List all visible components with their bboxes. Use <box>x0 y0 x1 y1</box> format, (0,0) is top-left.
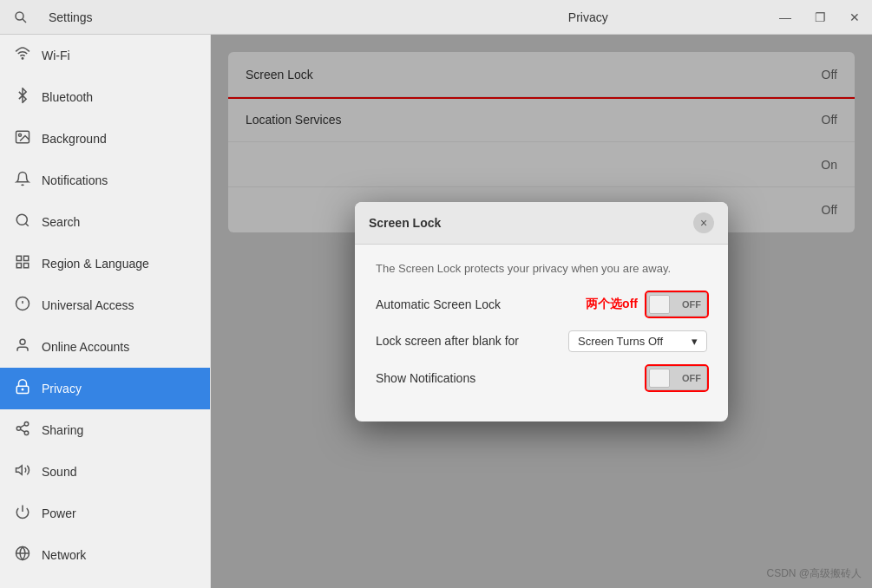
sidebar-label-power: Power <box>42 506 76 520</box>
sidebar-label-notifications: Notifications <box>42 173 108 187</box>
dropdown-value: Screen Turns Off <box>578 335 663 348</box>
main-layout: Wi-Fi Bluetooth Background <box>0 35 872 588</box>
sidebar-label-sound: Sound <box>42 465 76 479</box>
notifications-icon <box>14 171 31 190</box>
maximize-button[interactable]: ❐ <box>803 0 837 35</box>
sidebar-item-notifications[interactable]: Notifications <box>0 160 210 201</box>
dropdown-chevron-icon: ▾ <box>692 335 698 348</box>
toggle-knob <box>649 295 670 314</box>
svg-point-18 <box>16 427 21 431</box>
svg-point-16 <box>22 389 23 390</box>
sidebar-item-bluetooth[interactable]: Bluetooth <box>0 76 210 118</box>
svg-rect-8 <box>24 256 29 260</box>
svg-rect-9 <box>24 264 29 268</box>
titlebar: Settings Privacy — ❐ ✕ <box>0 0 872 35</box>
wifi-icon <box>14 46 31 65</box>
app-name: Settings <box>42 10 409 24</box>
svg-rect-7 <box>16 256 21 260</box>
sidebar-label-wifi: Wi-Fi <box>42 49 70 62</box>
sidebar-item-online[interactable]: Online Accounts <box>0 326 210 368</box>
svg-point-4 <box>19 134 22 136</box>
modal-overlay: Screen Lock × The Screen Lock protects y… <box>211 35 872 588</box>
auto-lock-off-label: OFF <box>682 299 706 310</box>
close-button[interactable]: ✕ <box>837 0 872 35</box>
privacy-icon <box>14 379 31 398</box>
universal-icon <box>14 296 31 315</box>
sound-icon <box>14 462 31 481</box>
svg-point-5 <box>16 214 27 225</box>
sidebar-label-online: Online Accounts <box>42 340 129 354</box>
sidebar-label-bluetooth: Bluetooth <box>42 90 93 104</box>
svg-point-19 <box>24 431 29 435</box>
svg-point-17 <box>24 422 29 427</box>
show-notifications-toggle[interactable]: OFF <box>646 366 707 390</box>
show-notif-off-label: OFF <box>682 373 706 383</box>
region-icon <box>14 254 31 273</box>
show-notifications-label: Show Notifications <box>376 371 475 385</box>
svg-line-21 <box>20 425 24 428</box>
content-area: Screen Lock Off Location Services Off On… <box>211 35 872 588</box>
screen-lock-dialog: Screen Lock × The Screen Lock protects y… <box>355 202 728 421</box>
lock-after-dropdown[interactable]: Screen Turns Off ▾ <box>568 330 707 352</box>
toggle-knob-2 <box>649 369 670 388</box>
auto-lock-label: Automatic Screen Lock <box>376 297 501 311</box>
sidebar-label-search: Search <box>42 215 80 229</box>
power-icon <box>14 504 31 523</box>
network-icon <box>14 546 31 565</box>
sidebar-item-universal[interactable]: Universal Access <box>0 284 210 326</box>
lock-after-label: Lock screen after blank for <box>376 334 519 348</box>
auto-lock-toggle[interactable]: OFF <box>646 292 707 317</box>
sidebar: Wi-Fi Bluetooth Background <box>0 35 211 588</box>
sidebar-item-power[interactable]: Power <box>0 493 210 534</box>
sidebar-item-sound[interactable]: Sound <box>0 451 210 493</box>
svg-point-14 <box>20 339 25 344</box>
lock-after-row: Lock screen after blank for Screen Turns… <box>376 330 707 352</box>
titlebar-center: Privacy <box>409 10 769 24</box>
svg-point-0 <box>16 12 23 20</box>
dialog-body: The Screen Lock protects your privacy wh… <box>355 245 728 421</box>
sidebar-item-privacy[interactable]: Privacy <box>0 368 210 409</box>
window-title: Privacy <box>568 10 608 24</box>
bluetooth-icon <box>14 88 31 107</box>
sidebar-item-background[interactable]: Background <box>0 118 210 160</box>
sidebar-label-sharing: Sharing <box>42 423 83 437</box>
sidebar-item-network[interactable]: Network <box>0 534 210 576</box>
svg-line-6 <box>25 223 28 225</box>
svg-rect-10 <box>16 264 21 268</box>
svg-marker-22 <box>16 466 23 475</box>
sidebar-item-wifi[interactable]: Wi-Fi <box>0 35 210 76</box>
show-notifications-row: Show Notifications OFF <box>376 366 707 390</box>
svg-point-2 <box>22 58 23 60</box>
dialog-description: The Screen Lock protects your privacy wh… <box>376 262 707 275</box>
sidebar-item-sharing[interactable]: Sharing <box>0 409 210 451</box>
annotation-text: 两个选off <box>586 297 638 312</box>
sidebar-item-search[interactable]: Search <box>0 201 210 243</box>
sharing-icon <box>14 421 31 440</box>
background-icon <box>14 129 31 148</box>
dialog-close-button[interactable]: × <box>693 212 714 233</box>
sidebar-label-network: Network <box>42 548 86 562</box>
svg-line-20 <box>20 429 24 432</box>
window-controls: — ❐ ✕ <box>768 0 872 35</box>
dialog-titlebar: Screen Lock × <box>355 202 728 245</box>
sidebar-label-universal: Universal Access <box>42 298 134 312</box>
minimize-button[interactable]: — <box>768 0 803 35</box>
online-icon <box>14 337 31 356</box>
sidebar-label-background: Background <box>42 132 107 146</box>
sidebar-label-privacy: Privacy <box>42 382 82 395</box>
sidebar-label-region: Region & Language <box>42 257 149 271</box>
search-sidebar-icon <box>14 212 31 232</box>
dialog-title: Screen Lock <box>369 216 441 230</box>
svg-line-1 <box>23 19 26 23</box>
sidebar-item-region[interactable]: Region & Language <box>0 243 210 284</box>
search-button[interactable] <box>0 0 42 35</box>
auto-lock-row: Automatic Screen Lock 两个选off OFF <box>376 292 707 317</box>
